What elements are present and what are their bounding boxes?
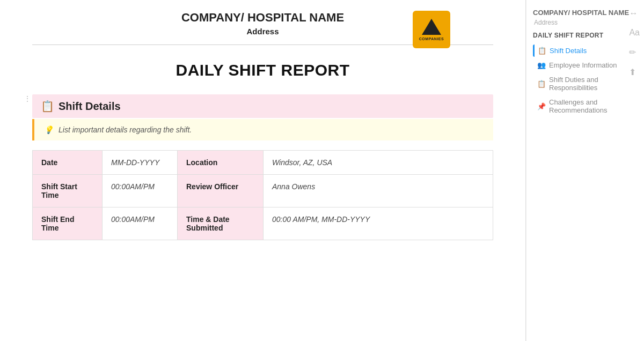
shift-start-label: Shift StartTime: [33, 175, 103, 207]
date-label: Date: [33, 151, 103, 175]
shift-end-label: Shift End Time: [33, 207, 103, 240]
tip-icon: 💡: [44, 125, 53, 134]
shift-details-heading: 📋 Shift Details: [32, 94, 493, 118]
shift-details-icon: 📋: [41, 100, 54, 113]
sidebar-challenges-icon: 📌: [537, 102, 546, 110]
main-content: COMPANY/ HOSPITAL NAME Address COMPANIES…: [0, 0, 526, 341]
upload-icon[interactable]: ⬆: [629, 67, 640, 77]
sidebar-tools: ↔ Aa ✏ ⬆: [629, 9, 640, 77]
time-date-submitted-value[interactable]: 00:00 AM/PM, MM-DD-YYYY: [264, 207, 493, 240]
sidebar-item-employee-information[interactable]: 👥 Employee Information: [533, 59, 638, 71]
sidebar-address: Address: [533, 19, 638, 26]
sidebar-shift-duties-icon: 📋: [537, 80, 546, 88]
sidebar-item-shift-details[interactable]: 📋 Shift Details: [533, 45, 638, 57]
report-title: DAILY SHIFT REPORT: [32, 61, 493, 79]
resize-icon[interactable]: ↔: [629, 9, 640, 18]
sidebar-shift-details-label: Shift Details: [550, 47, 587, 55]
shift-details-table: Date MM-DD-YYYY Location Windsor, AZ, US…: [32, 150, 493, 240]
shift-start-value[interactable]: 00:00AM/PM: [103, 175, 178, 207]
review-officer-value[interactable]: Anna Owens: [264, 175, 493, 207]
sidebar-shift-duties-label: Shift Duties and Responsibilities: [549, 76, 633, 92]
sidebar-item-shift-duties[interactable]: 📋 Shift Duties and Responsibilities: [533, 73, 638, 94]
sidebar-nav: 📋 Shift Details 👥 Employee Information 📋…: [533, 45, 638, 116]
sidebar-employee-icon: 👥: [537, 61, 546, 69]
table-row: Date MM-DD-YYYY Location Windsor, AZ, US…: [33, 151, 493, 175]
tip-text: List important details regarding the shi…: [58, 125, 192, 134]
shift-end-value[interactable]: 00:00AM/PM: [103, 207, 178, 240]
doc-header: COMPANY/ HOSPITAL NAME Address COMPANIES: [32, 11, 493, 45]
location-value[interactable]: Windsor, AZ, USA: [264, 151, 493, 175]
text-format-icon[interactable]: Aa: [629, 28, 640, 38]
date-value[interactable]: MM-DD-YYYY: [103, 151, 178, 175]
sidebar-shift-details-icon: 📋: [538, 47, 546, 55]
logo-text: COMPANIES: [419, 37, 444, 41]
sidebar-report-title: DAILY SHIFT REPORT: [533, 32, 638, 39]
sidebar-challenges-label: Challenges and Recommendations: [549, 98, 633, 114]
location-label: Location: [178, 151, 264, 175]
time-date-submitted-label: Time & DateSubmitted: [178, 207, 264, 240]
table-row: Shift StartTime 00:00AM/PM Review Office…: [33, 175, 493, 207]
sidebar: COMPANY/ HOSPITAL NAME Address DAILY SHI…: [526, 0, 644, 341]
tip-box: 💡 List important details regarding the s…: [32, 119, 493, 140]
edit-icon[interactable]: ✏: [629, 47, 640, 57]
company-logo: COMPANIES: [413, 11, 450, 48]
shift-details-label: Shift Details: [58, 100, 121, 113]
sidebar-employee-label: Employee Information: [549, 61, 617, 69]
sidebar-company-name: COMPANY/ HOSPITAL NAME: [533, 9, 638, 17]
table-row: Shift End Time 00:00AM/PM Time & DateSub…: [33, 207, 493, 240]
sidebar-item-challenges[interactable]: 📌 Challenges and Recommendations: [533, 96, 638, 116]
review-officer-label: Review Officer: [178, 175, 264, 207]
logo-triangle-icon: [422, 19, 441, 35]
